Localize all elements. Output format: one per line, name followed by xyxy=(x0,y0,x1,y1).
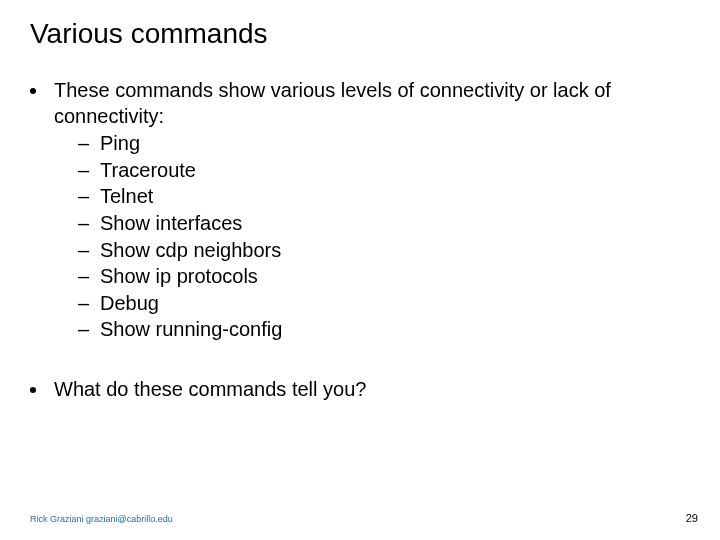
slide-body: These commands show various levels of co… xyxy=(30,78,690,403)
dash-icon: – xyxy=(78,238,94,264)
dash-icon: – xyxy=(78,131,94,157)
bullet-lead: These commands show various levels of co… xyxy=(54,79,611,127)
dash-icon: – xyxy=(78,317,94,343)
sub-item-text: Traceroute xyxy=(100,158,196,184)
dash-icon: – xyxy=(78,264,94,290)
dash-icon: – xyxy=(78,211,94,237)
list-item: – Show cdp neighbors xyxy=(78,238,690,264)
list-item: – Show ip protocols xyxy=(78,264,690,290)
sub-item-text: Show running-config xyxy=(100,317,282,343)
list-item: – Show running-config xyxy=(78,317,690,343)
sub-item-text: Show ip protocols xyxy=(100,264,258,290)
bullet-text-block: What do these commands tell you? xyxy=(54,377,690,403)
list-item: – Traceroute xyxy=(78,158,690,184)
sub-list: – Ping – Traceroute – Telnet – Show inte… xyxy=(78,131,690,343)
bullet-text-block: These commands show various levels of co… xyxy=(54,78,690,343)
list-item: – Show interfaces xyxy=(78,211,690,237)
bullet-dot-icon xyxy=(30,88,36,94)
slide: Various commands These commands show var… xyxy=(0,0,720,540)
bullet-item: What do these commands tell you? xyxy=(30,377,690,403)
dash-icon: – xyxy=(78,184,94,210)
dash-icon: – xyxy=(78,158,94,184)
sub-item-text: Show interfaces xyxy=(100,211,242,237)
page-number: 29 xyxy=(686,512,698,524)
bullet-dot-icon xyxy=(30,387,36,393)
dash-icon: – xyxy=(78,291,94,317)
sub-item-text: Telnet xyxy=(100,184,153,210)
sub-item-text: Debug xyxy=(100,291,159,317)
list-item: – Debug xyxy=(78,291,690,317)
bullet-item: These commands show various levels of co… xyxy=(30,78,690,343)
list-item: – Ping xyxy=(78,131,690,157)
sub-item-text: Ping xyxy=(100,131,140,157)
bullet-question: What do these commands tell you? xyxy=(54,378,366,400)
sub-item-text: Show cdp neighbors xyxy=(100,238,281,264)
footer-author: Rick Graziani graziani@cabrillo.edu xyxy=(30,514,173,524)
list-item: – Telnet xyxy=(78,184,690,210)
slide-title: Various commands xyxy=(30,18,690,50)
